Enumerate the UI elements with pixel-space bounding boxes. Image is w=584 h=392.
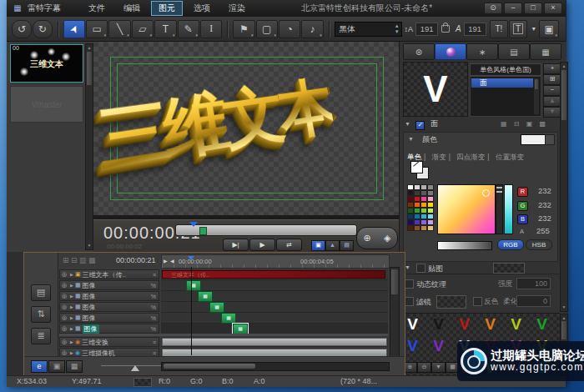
palette-swatch[interactable] <box>420 196 427 202</box>
face-checkbox[interactable]: ✓ <box>415 121 425 130</box>
scrub-playhead[interactable] <box>189 222 198 231</box>
style-gallery-item[interactable]: V <box>451 314 477 335</box>
palette-swatch[interactable] <box>420 190 427 196</box>
palette-swatch[interactable] <box>414 196 420 202</box>
canvas[interactable]: 三维文本 三维文本 <box>93 42 399 219</box>
undo-button[interactable]: ↺ <box>12 20 32 38</box>
tab-4point-gradient[interactable]: 四点渐变 <box>456 153 485 161</box>
fx-icon[interactable]: % <box>151 283 156 289</box>
timeline-vscrollbar[interactable] <box>390 267 400 357</box>
view-mode-button-1[interactable]: ▣ <box>48 360 65 373</box>
gallery-button-2[interactable]: ⊖ <box>417 362 431 373</box>
eye-icon[interactable]: ◎ <box>62 304 67 310</box>
tab-gradient[interactable]: 渐变 <box>432 153 446 161</box>
font-select[interactable]: 黑体▲▼ <box>335 22 402 37</box>
eye-icon[interactable]: ◎ <box>62 339 67 345</box>
palette-swatch[interactable] <box>427 214 434 219</box>
palette-swatch[interactable] <box>420 214 427 219</box>
style-gallery-item[interactable]: V <box>425 335 451 357</box>
palette-swatch[interactable] <box>414 190 420 196</box>
palette-swatch[interactable] <box>414 225 420 231</box>
preview-mode-button-3[interactable]: ▤ <box>340 240 354 251</box>
texture-checkbox[interactable] <box>416 264 425 273</box>
fx-icon[interactable]: % <box>151 326 156 332</box>
filter-checkbox[interactable] <box>405 297 414 306</box>
track-header-3d-text[interactable]: ◎▶▣三维文本（传..≡ <box>59 269 159 279</box>
fx-icon[interactable]: % <box>151 294 156 299</box>
monitor-button[interactable]: ▣▾ <box>539 20 559 38</box>
step-play-button[interactable]: ▶| <box>223 239 249 251</box>
rgb-mode-button[interactable]: RGB <box>497 239 524 250</box>
scrub-bar[interactable] <box>175 224 357 236</box>
tab-position-gradient[interactable]: 位置渐变 <box>496 153 524 161</box>
prev-frame-icon[interactable]: ◀ <box>170 258 174 264</box>
track-lane[interactable]: 三维文本（传.. <box>161 269 388 280</box>
eye-icon[interactable]: ◎ <box>62 349 67 356</box>
hsb-mode-button[interactable]: HSB <box>526 239 552 250</box>
path-text-tool-button[interactable]: I <box>200 20 222 38</box>
track-header-image[interactable]: ◎▶▦图像% <box>59 302 159 312</box>
line-tool-button[interactable]: ╲▾ <box>108 20 130 38</box>
browser-button[interactable]: e <box>31 360 48 373</box>
g-value[interactable]: 232 <box>538 200 551 209</box>
tab-effects[interactable]: ∗ <box>466 43 498 60</box>
move-layer-down-button[interactable]: ▼ <box>543 107 561 118</box>
palette-swatch[interactable] <box>407 219 414 225</box>
add-layer-button[interactable]: + <box>543 63 561 74</box>
palette-swatch[interactable] <box>420 219 427 225</box>
image-clip[interactable]: ▦ <box>186 280 201 291</box>
expand-icon[interactable]: ▶ <box>70 283 73 288</box>
track-header-3d-transform[interactable]: ◎▶◉三维变换≡ <box>59 337 159 347</box>
collapse-icon[interactable]: ▼ <box>405 121 410 127</box>
timeline-ruler[interactable]: ▶ ◀ 00:00:00:00 00:00:04:05 <box>161 254 390 269</box>
next-frame-icon[interactable]: ▶ <box>164 258 168 264</box>
expand-icon[interactable]: ▶ <box>70 350 73 355</box>
view-mode-button-2[interactable]: ▦ <box>66 360 83 373</box>
screen-tool-button[interactable]: ▢▾ <box>256 20 278 38</box>
saturation-brightness-picker[interactable] <box>437 184 496 234</box>
eye-icon[interactable]: ◎ <box>62 293 67 299</box>
palette-swatch[interactable] <box>427 184 434 190</box>
eye-icon[interactable]: ◎ <box>62 282 67 289</box>
collapse-icon[interactable]: ▼ <box>408 136 414 142</box>
transform-tool-button[interactable]: ▱▾ <box>132 20 154 38</box>
picker-marker[interactable] <box>482 189 490 197</box>
palette-swatch[interactable] <box>407 184 414 190</box>
move-layer-up-button[interactable]: ▲ <box>543 96 561 107</box>
list-icon[interactable]: ≡ <box>153 350 156 356</box>
image-clip[interactable]: ▦ <box>221 313 236 324</box>
palette-swatch[interactable] <box>427 225 434 231</box>
invert-checkbox[interactable] <box>473 297 482 306</box>
preview-mode-button-2[interactable]: ▲ <box>325 240 340 251</box>
palette-swatch[interactable] <box>427 219 434 225</box>
font-width-field[interactable]: 191 <box>464 23 486 36</box>
font-size-field[interactable]: 191 <box>415 23 438 36</box>
text-clip[interactable]: 三维文本（传.. <box>162 270 385 279</box>
playhead-marker[interactable] <box>188 256 195 262</box>
menu-options[interactable]: 选项 <box>186 1 218 16</box>
style-type-dropdown[interactable]: 单色风格(单色面) <box>470 63 541 76</box>
text-tool-button[interactable]: T▾ <box>154 20 176 38</box>
gradient-stop-slider[interactable] <box>496 184 503 234</box>
eye-icon[interactable]: ◎ <box>62 271 67 278</box>
timeline-hscrollbar[interactable] <box>161 362 390 371</box>
object-tool-icons[interactable]: ▦ ⊟ ▣ ▩ <box>501 120 548 128</box>
library-item-3d-text[interactable]: 00 三维文本 <box>10 44 83 83</box>
track-header-image[interactable]: ◎▶▦图像% <box>59 291 159 301</box>
library-item-empty[interactable]: Vmaster <box>10 86 83 123</box>
layers-button[interactable]: ▤ <box>31 284 51 301</box>
text-frame-button[interactable]: T <box>509 20 527 38</box>
copy-layer-button[interactable]: ⊞ <box>543 74 561 85</box>
a-value[interactable]: 255 <box>536 226 550 235</box>
gallery-button-3[interactable]: ▼ <box>431 362 446 373</box>
flag-tool-button[interactable]: ⚑▾ <box>233 20 254 38</box>
play-button[interactable]: ▶ <box>249 239 275 251</box>
maximize-button[interactable]: □ <box>524 3 542 14</box>
palette-swatch[interactable] <box>414 219 420 225</box>
palette-swatch[interactable] <box>407 225 414 231</box>
expand-icon[interactable]: ▶ <box>70 339 73 344</box>
palette-swatch[interactable] <box>420 202 427 208</box>
b-value[interactable]: 232 <box>538 214 551 223</box>
track-lane[interactable] <box>161 337 388 347</box>
palette-swatch[interactable] <box>420 184 427 190</box>
